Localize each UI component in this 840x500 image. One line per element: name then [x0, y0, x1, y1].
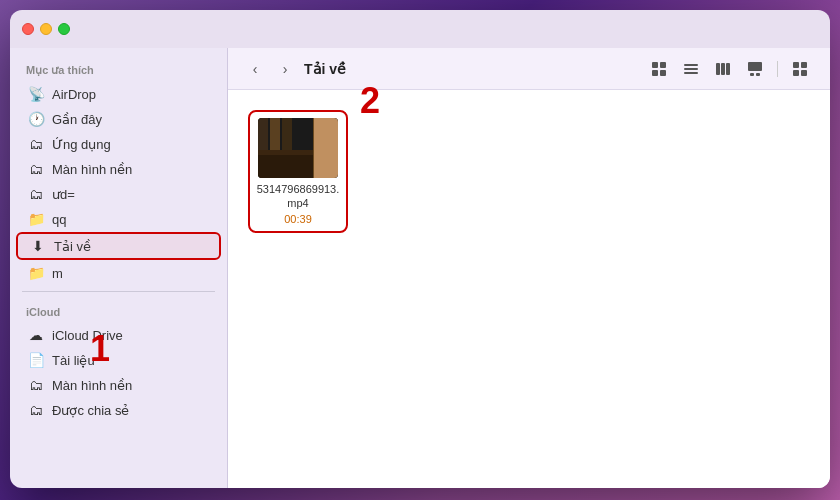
- minimize-button[interactable]: [40, 23, 52, 35]
- toolbar-separator: [777, 61, 778, 77]
- svg-rect-6: [684, 72, 698, 74]
- view-columns-button[interactable]: [709, 55, 737, 83]
- sidebar-item-icloud-drive[interactable]: ☁ iCloud Drive: [16, 323, 221, 347]
- forward-button[interactable]: ›: [274, 58, 296, 80]
- svg-rect-16: [801, 70, 807, 76]
- svg-rect-10: [748, 62, 762, 71]
- svg-rect-12: [756, 73, 760, 76]
- sidebar-item-recent[interactable]: 🕐 Gần đây: [16, 107, 221, 131]
- recent-label: Gần đây: [52, 112, 102, 127]
- svg-rect-26: [313, 118, 314, 178]
- sidebar-item-wallpaper[interactable]: 🗂 Màn hình nền: [16, 157, 221, 181]
- grid-icon: [651, 61, 667, 77]
- file-thumbnail: [258, 118, 338, 178]
- svg-rect-5: [684, 68, 698, 70]
- sidebar-item-shared[interactable]: 🗂 Được chia sẻ: [16, 398, 221, 422]
- file-area: 5314796869913.mp4 00:39: [228, 90, 830, 488]
- airdrop-label: AirDrop: [52, 87, 96, 102]
- list-icon: [683, 61, 699, 77]
- documents-icon: 📄: [28, 352, 44, 368]
- more-icon: [792, 61, 808, 77]
- downloads-icon: ⬇: [30, 238, 46, 254]
- video-thumbnail-svg: [258, 118, 338, 178]
- wallpaper-icon: 🗂: [28, 161, 44, 177]
- view-grid-button[interactable]: [645, 55, 673, 83]
- shared-icon: 🗂: [28, 402, 44, 418]
- wallpaper2-icon: 🗂: [28, 377, 44, 393]
- file-item-video[interactable]: 5314796869913.mp4 00:39: [248, 110, 348, 233]
- titlebar: [10, 10, 830, 48]
- airdrop-icon: 📡: [28, 86, 44, 102]
- sidebar-item-m[interactable]: 📁 m: [16, 261, 221, 285]
- wallpaper-label: Màn hình nền: [52, 162, 132, 177]
- svg-rect-7: [716, 63, 720, 75]
- sidebar-item-downloads[interactable]: ⬇ Tải về: [16, 232, 221, 260]
- finder-window: Mục ưa thích 📡 AirDrop 🕐 Gần đây 🗂 Ứng d…: [10, 10, 830, 488]
- sidebar-item-uu[interactable]: 🗂 ưd=: [16, 182, 221, 206]
- downloads-label: Tải về: [54, 239, 91, 254]
- sidebar-item-wallpaper2[interactable]: 🗂 Màn hình nền: [16, 373, 221, 397]
- m-icon: 📁: [28, 265, 44, 281]
- svg-rect-11: [750, 73, 754, 76]
- shared-label: Được chia sẻ: [52, 403, 129, 418]
- file-duration: 00:39: [284, 213, 312, 225]
- main-content: Mục ưa thích 📡 AirDrop 🕐 Gần đây 🗂 Ứng d…: [10, 48, 830, 488]
- sidebar-item-apps[interactable]: 🗂 Ứng dụng: [16, 132, 221, 156]
- documents-label: Tài liệu: [52, 353, 95, 368]
- close-button[interactable]: [22, 23, 34, 35]
- svg-rect-9: [726, 63, 730, 75]
- svg-rect-3: [660, 70, 666, 76]
- apps-label: Ứng dụng: [52, 137, 111, 152]
- toolbar-actions: [645, 55, 814, 83]
- m-label: m: [52, 266, 63, 281]
- view-gallery-button[interactable]: [741, 55, 769, 83]
- back-button[interactable]: ‹: [244, 58, 266, 80]
- view-list-button[interactable]: [677, 55, 705, 83]
- maximize-button[interactable]: [58, 23, 70, 35]
- recent-icon: 🕐: [28, 111, 44, 127]
- apps-icon: 🗂: [28, 136, 44, 152]
- icloud-drive-label: iCloud Drive: [52, 328, 123, 343]
- svg-rect-28: [258, 150, 313, 155]
- svg-rect-4: [684, 64, 698, 66]
- wallpaper2-label: Màn hình nền: [52, 378, 132, 393]
- sidebar-item-documents[interactable]: 📄 Tài liệu: [16, 348, 221, 372]
- svg-rect-1: [660, 62, 666, 68]
- svg-rect-8: [721, 63, 725, 75]
- svg-rect-15: [793, 70, 799, 76]
- uu-label: ưd=: [52, 187, 75, 202]
- view-more-button[interactable]: [786, 55, 814, 83]
- sidebar-item-airdrop[interactable]: 📡 AirDrop: [16, 82, 221, 106]
- svg-rect-2: [652, 70, 658, 76]
- toolbar: ‹ › Tải về: [228, 48, 830, 90]
- gallery-icon: [747, 61, 763, 77]
- svg-rect-14: [801, 62, 807, 68]
- path-title: Tải về: [304, 61, 637, 77]
- traffic-lights: [22, 23, 70, 35]
- sidebar-item-qq[interactable]: 📁 qq: [16, 207, 221, 231]
- content-area: ‹ › Tải về: [228, 48, 830, 488]
- svg-rect-13: [793, 62, 799, 68]
- svg-rect-0: [652, 62, 658, 68]
- uu-icon: 🗂: [28, 186, 44, 202]
- sidebar: Mục ưa thích 📡 AirDrop 🕐 Gần đây 🗂 Ứng d…: [10, 48, 228, 488]
- qq-label: qq: [52, 212, 66, 227]
- icloud-drive-icon: ☁: [28, 327, 44, 343]
- file-name: 5314796869913.mp4: [256, 182, 340, 211]
- svg-rect-27: [258, 153, 313, 178]
- favorites-section-label: Mục ưa thích: [10, 56, 227, 81]
- sidebar-divider: [22, 291, 215, 292]
- icloud-section-label: iCloud: [10, 298, 227, 322]
- qq-icon: 📁: [28, 211, 44, 227]
- columns-icon: [715, 61, 731, 77]
- svg-rect-25: [313, 118, 338, 178]
